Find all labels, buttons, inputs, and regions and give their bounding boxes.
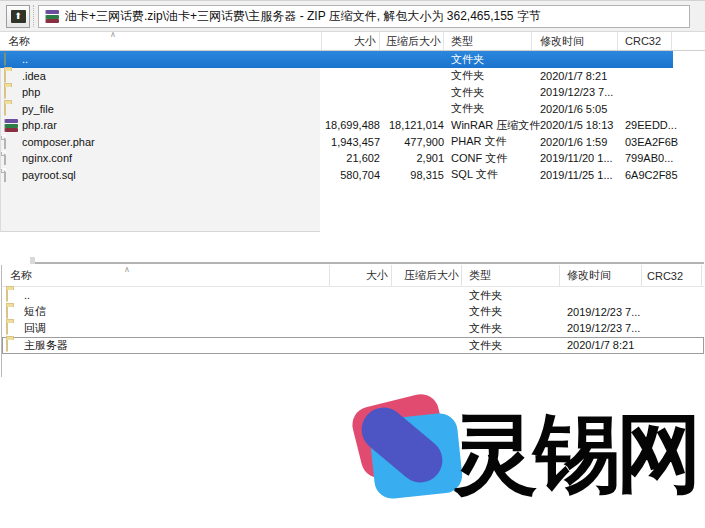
file-type: 文件夹	[462, 287, 560, 304]
file-name: .idea	[22, 70, 46, 82]
top-archive-window: ⬆ 油卡+三网话费.zip\油卡+三网话费\主服务器 - ZIP 压缩文件, 解…	[0, 0, 705, 232]
file-type: PHAR 文件	[444, 134, 532, 151]
table-row[interactable]: composer.phar 1,943,457 477,900 PHAR 文件 …	[0, 134, 705, 151]
file-modified: 2019/12/23 7...	[560, 320, 642, 337]
file-packed-size	[392, 304, 462, 321]
file-name: php	[22, 86, 40, 98]
file-crc	[642, 337, 702, 354]
bottom-column-header-row: ∧ 名称 大小 压缩后大小 类型 修改时间 CRC32	[2, 265, 704, 287]
archive-path-text: 油卡+三网话费.zip\油卡+三网话费\主服务器 - ZIP 压缩文件, 解包大…	[65, 8, 541, 25]
table-row[interactable]: .. 文件夹	[2, 287, 704, 304]
file-modified	[560, 287, 642, 304]
file-icon	[4, 168, 6, 182]
column-header-name[interactable]: 名称	[2, 265, 330, 286]
column-header-size[interactable]: 大小	[330, 265, 392, 286]
watermark-text: 灵锡网	[452, 392, 698, 514]
top-toolbar: ⬆ 油卡+三网话费.zip\油卡+三网话费\主服务器 - ZIP 压缩文件, 解…	[0, 0, 705, 32]
file-packed-size	[380, 51, 444, 68]
table-row[interactable]: py_file 文件夹 2020/1/6 5:05	[0, 101, 705, 118]
column-header-type[interactable]: 类型	[462, 265, 560, 286]
column-header-name[interactable]: 名称	[0, 32, 322, 50]
file-type: 文件夹	[462, 337, 560, 354]
top-file-list: .. 文件夹 .idea 文件夹 2020/1/7 8:21 php 文件夹	[0, 51, 705, 232]
scrollbar-remnant	[30, 257, 35, 264]
file-crc	[642, 304, 702, 321]
table-row[interactable]: 短信 文件夹 2019/12/23 7...	[2, 304, 704, 321]
file-packed-size	[380, 101, 444, 118]
file-icon	[4, 135, 6, 149]
folder-icon	[6, 305, 8, 319]
column-header-packed[interactable]: 压缩后大小	[380, 32, 444, 50]
file-modified: 2019/11/20 1...	[532, 150, 618, 167]
up-arrow-icon: ⬆	[11, 10, 26, 23]
file-crc	[642, 320, 702, 337]
table-row[interactable]: 回调 文件夹 2019/12/23 7...	[2, 320, 704, 337]
file-size	[322, 68, 380, 85]
folder-icon	[4, 69, 6, 83]
column-header-packed[interactable]: 压缩后大小	[392, 265, 462, 286]
file-type: 文件夹	[444, 68, 532, 85]
column-header-crc32[interactable]: CRC32	[642, 265, 702, 286]
file-type: 文件夹	[444, 51, 532, 68]
table-row-focused[interactable]: 主服务器 文件夹 2020/1/7 8:21	[2, 337, 704, 354]
file-packed-size	[392, 287, 462, 304]
file-size: 21,602	[322, 150, 380, 167]
table-row[interactable]: php 文件夹 2019/12/23 7...	[0, 84, 705, 101]
folder-icon	[6, 288, 8, 302]
archive-address-bar[interactable]: 油卡+三网话费.zip\油卡+三网话费\主服务器 - ZIP 压缩文件, 解包大…	[38, 5, 690, 28]
file-size	[330, 320, 392, 337]
file-type: 文件夹	[444, 101, 532, 118]
table-row[interactable]: .idea 文件夹 2020/1/7 8:21	[0, 68, 705, 85]
up-folder-icon	[4, 52, 6, 66]
file-size	[330, 287, 392, 304]
table-row[interactable]: .. 文件夹	[0, 51, 705, 68]
file-modified: 2020/1/6 1:59	[532, 134, 618, 151]
table-row[interactable]: php.rar 18,699,488 18,121,014 WinRAR 压缩文…	[0, 117, 705, 134]
watermark-logo: 灵锡网	[348, 388, 705, 524]
file-packed-size	[380, 84, 444, 101]
file-crc: 29EEDD...	[618, 117, 703, 134]
file-modified: 2020/1/7 8:21	[560, 337, 642, 354]
file-packed-size: 477,900	[380, 134, 444, 151]
file-crc: 03EA2F6B	[618, 134, 703, 151]
up-one-level-button[interactable]: ⬆	[6, 5, 30, 28]
file-crc: 6A9C2F85	[618, 167, 703, 184]
file-name: 主服务器	[24, 338, 68, 353]
file-name: py_file	[22, 103, 54, 115]
file-size	[330, 304, 392, 321]
file-modified: 2019/11/25 1...	[532, 167, 618, 184]
column-header-modified[interactable]: 修改时间	[560, 265, 642, 286]
file-size	[330, 337, 392, 354]
column-header-size[interactable]: 大小	[322, 32, 380, 50]
table-row[interactable]: nginx.conf 21,602 2,901 CONF 文件 2019/11/…	[0, 150, 705, 167]
file-modified: 2019/12/23 7...	[560, 304, 642, 321]
column-header-crc32[interactable]: CRC32	[618, 32, 672, 50]
file-icon	[4, 151, 6, 165]
file-modified: 2020/1/5 18:13	[532, 117, 618, 134]
file-modified: 2019/12/23 7...	[532, 84, 618, 101]
file-crc	[618, 84, 703, 101]
file-packed-size	[380, 68, 444, 85]
file-modified: 2020/1/6 5:05	[532, 101, 618, 118]
file-packed-size: 18,121,014	[380, 117, 444, 134]
screenshot-stage: ⬆ 油卡+三网话费.zip\油卡+三网话费\主服务器 - ZIP 压缩文件, 解…	[0, 0, 705, 528]
file-packed-size: 2,901	[380, 150, 444, 167]
file-packed-size	[392, 337, 462, 354]
file-name: 短信	[24, 304, 46, 319]
folder-icon	[4, 102, 6, 116]
column-header-modified[interactable]: 修改时间	[532, 32, 618, 50]
sort-ascending-icon: ∧	[124, 265, 130, 274]
column-header-type[interactable]: 类型	[444, 32, 532, 50]
file-size: 580,704	[322, 167, 380, 184]
toolbar-separator	[33, 5, 34, 27]
file-size	[322, 101, 380, 118]
sort-ascending-icon: ∧	[110, 30, 116, 39]
file-type: 文件夹	[462, 320, 560, 337]
column-header-filler	[672, 32, 705, 50]
file-crc: 799AB0...	[618, 150, 703, 167]
bottom-file-list: .. 文件夹 短信 文件夹 2019/12/23 7... 回调	[2, 287, 704, 377]
table-row[interactable]: payroot.sql 580,704 98,315 SQL 文件 2019/1…	[0, 167, 705, 184]
bottom-archive-window: ∧ 名称 大小 压缩后大小 类型 修改时间 CRC32 .. 文件夹	[1, 262, 704, 377]
file-crc	[642, 287, 702, 304]
file-name: ..	[24, 289, 30, 301]
